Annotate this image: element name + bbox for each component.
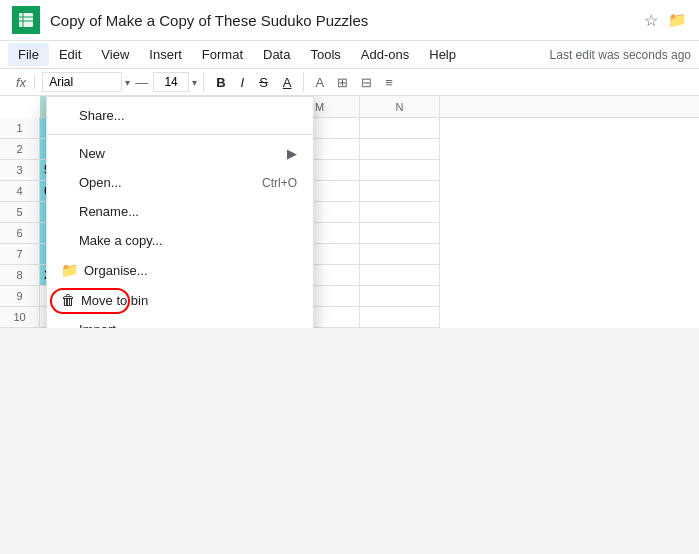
toolbar-border-button[interactable]: ⊞ (332, 73, 353, 92)
cell-N5[interactable] (360, 202, 440, 223)
menu-file[interactable]: File (8, 43, 49, 66)
cell-N6[interactable] (360, 223, 440, 244)
col-header-N: N (360, 96, 440, 117)
menu-item-new[interactable]: New ▶ (47, 139, 313, 168)
menu-item-import[interactable]: Import... (47, 315, 313, 328)
document-title: Copy of Make a Copy of These Suduko Puzz… (50, 12, 634, 29)
menu-data[interactable]: Data (253, 43, 300, 66)
menu-item-make-copy[interactable]: Make a copy... (47, 226, 313, 255)
row-header-4: 4 (0, 181, 39, 202)
menu-item-move-to-bin[interactable]: 🗑Move to bin (47, 285, 313, 315)
menu-edit[interactable]: Edit (49, 43, 91, 66)
menu-insert[interactable]: Insert (139, 43, 192, 66)
cell-N3[interactable] (360, 160, 440, 181)
cell-N10[interactable] (360, 307, 440, 328)
cell-N2[interactable] (360, 139, 440, 160)
font-size-input[interactable]: 14 (153, 72, 189, 92)
bold-button[interactable]: B (210, 73, 231, 92)
folder-icon[interactable]: 📁 (668, 11, 687, 29)
toolbar-align-button[interactable]: ≡ (380, 73, 398, 92)
menu-help[interactable]: Help (419, 43, 466, 66)
menu-format[interactable]: Format (192, 43, 253, 66)
toolbar-merge-button[interactable]: ⊟ (356, 73, 377, 92)
menu-tools[interactable]: Tools (300, 43, 350, 66)
cell-N1[interactable] (360, 118, 440, 139)
menu-view[interactable]: View (91, 43, 139, 66)
row-header-6: 6 (0, 223, 39, 244)
menu-addons[interactable]: Add-ons (351, 43, 419, 66)
menu-item-share[interactable]: Share... (47, 101, 313, 130)
font-size-dropdown-icon[interactable]: ▾ (192, 77, 197, 88)
font-name-selector[interactable]: Arial (42, 72, 122, 92)
sheets-icon (12, 6, 40, 34)
row-header-10: 10 (0, 307, 39, 328)
italic-button[interactable]: I (235, 73, 251, 92)
trash-icon: 🗑 (61, 292, 75, 308)
row-header-5: 5 (0, 202, 39, 223)
cell-N4[interactable] (360, 181, 440, 202)
row-header-8: 8 (0, 265, 39, 286)
menu-item-rename[interactable]: Rename... (47, 197, 313, 226)
row-header-3: 3 (0, 160, 39, 181)
menu-item-open[interactable]: Open... Ctrl+O (47, 168, 313, 197)
row-header-7: 7 (0, 244, 39, 265)
folder-icon-small: 📁 (61, 262, 78, 278)
last-edit-text: Last edit was seconds ago (550, 48, 691, 62)
cell-N7[interactable] (360, 244, 440, 265)
file-dropdown-menu: Share... New ▶ Open... Ctrl+O Rename... … (46, 96, 314, 328)
cell-N9[interactable] (360, 286, 440, 307)
star-icon[interactable]: ☆ (644, 11, 658, 30)
cell-N8[interactable] (360, 265, 440, 286)
svg-rect-1 (19, 13, 33, 27)
strikethrough-button[interactable]: S (253, 73, 274, 92)
font-name-dropdown-icon[interactable]: ▾ (125, 77, 130, 88)
fill-color-button[interactable]: A (310, 73, 329, 92)
fx-label: fx (8, 75, 35, 90)
underline-button[interactable]: A (277, 73, 298, 92)
row-header-9: 9 (0, 286, 39, 307)
menu-item-organise[interactable]: 📁Organise... (47, 255, 313, 285)
row-header-1: 1 (0, 118, 39, 139)
row-header-2: 2 (0, 139, 39, 160)
